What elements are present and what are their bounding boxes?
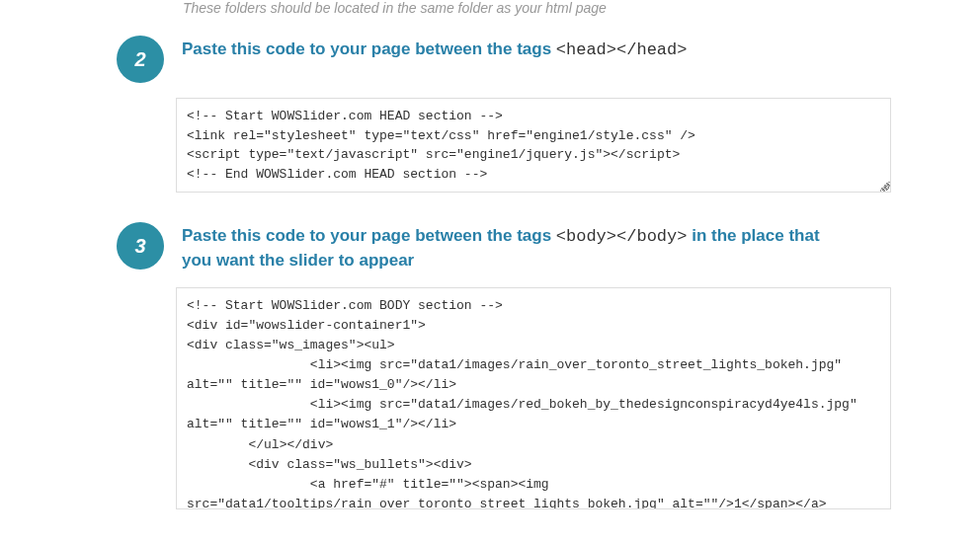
code-box-body[interactable]: <!-- Start WOWSlider.com BODY section --…	[176, 287, 891, 509]
code-box-head[interactable]: <!-- Start WOWSlider.com HEAD section --…	[176, 98, 891, 193]
step-3: 3 Paste this code to your page between t…	[20, 222, 960, 509]
step-title-prefix-2: Paste this code to your page between the…	[182, 39, 556, 58]
step-title-3: Paste this code to your page between the…	[182, 222, 824, 272]
resize-handle-icon[interactable]	[880, 182, 890, 192]
step-title-tag-3: <body></body>	[556, 227, 688, 246]
step-title-tag-2: <head></head>	[556, 40, 688, 59]
step-circle-2: 2	[117, 36, 164, 83]
step-circle-3: 3	[117, 222, 164, 270]
step-header-2: 2 Paste this code to your page between t…	[20, 36, 960, 83]
step-title-2: Paste this code to your page between the…	[182, 36, 687, 62]
note-text: These folders should be located in the s…	[183, 0, 960, 16]
step-header-3: 3 Paste this code to your page between t…	[20, 222, 960, 272]
step-title-prefix-3: Paste this code to your page between the…	[182, 226, 556, 245]
step-2: 2 Paste this code to your page between t…	[20, 36, 960, 193]
